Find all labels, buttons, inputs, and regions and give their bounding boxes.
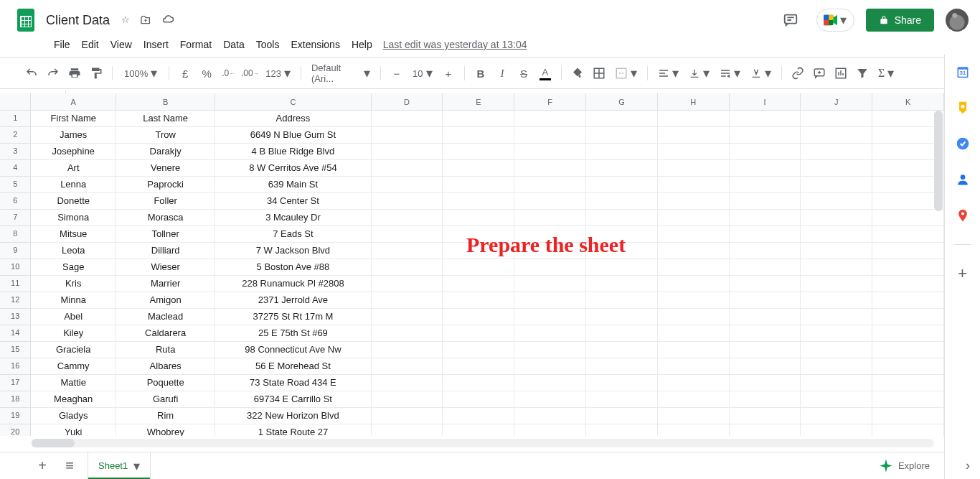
cell[interactable]: Meaghan xyxy=(31,391,116,408)
row-header[interactable]: 16 xyxy=(0,358,31,375)
menu-help[interactable]: Help xyxy=(347,36,377,53)
more-formats-dropdown[interactable]: 123▾ xyxy=(261,65,295,81)
sheets-logo[interactable] xyxy=(11,6,40,34)
cell[interactable] xyxy=(586,358,658,375)
cell[interactable] xyxy=(443,325,514,342)
cell[interactable] xyxy=(443,127,514,144)
cell[interactable] xyxy=(586,408,658,424)
cell[interactable]: Dilliard xyxy=(116,243,215,259)
cell[interactable] xyxy=(514,342,586,358)
cell[interactable]: James xyxy=(31,127,116,144)
col-header[interactable]: F xyxy=(514,93,586,110)
strikethrough-button[interactable]: S xyxy=(514,63,534,83)
cell[interactable] xyxy=(801,259,872,276)
cell[interactable] xyxy=(514,358,586,375)
cell[interactable] xyxy=(801,424,872,436)
menu-edit[interactable]: Edit xyxy=(77,36,104,53)
cell[interactable]: Leota xyxy=(31,243,116,259)
cell[interactable]: Paprocki xyxy=(116,177,215,193)
cell[interactable]: Mattie xyxy=(31,375,116,391)
cell[interactable] xyxy=(658,243,730,259)
cell[interactable] xyxy=(443,210,514,226)
cell[interactable] xyxy=(801,276,872,292)
row-header[interactable]: 8 xyxy=(0,226,31,243)
cell[interactable] xyxy=(730,391,801,408)
cell[interactable] xyxy=(443,243,514,259)
cell[interactable]: 5 Boston Ave #88 xyxy=(215,259,371,276)
cell[interactable]: 73 State Road 434 E xyxy=(215,375,371,391)
cell[interactable]: Amigon xyxy=(116,292,215,309)
side-panel-collapse-icon[interactable]: › xyxy=(966,458,970,473)
add-on-icon[interactable]: + xyxy=(956,266,970,281)
row-header[interactable]: 10 xyxy=(0,259,31,276)
fill-color-button[interactable] xyxy=(567,63,588,83)
row-header[interactable]: 19 xyxy=(0,408,31,424)
cell[interactable] xyxy=(372,127,443,144)
cell[interactable]: Tollner xyxy=(116,226,215,243)
cell[interactable] xyxy=(372,342,443,358)
row-header[interactable]: 17 xyxy=(0,375,31,391)
cell[interactable] xyxy=(658,391,730,408)
cell[interactable]: Marrier xyxy=(116,276,215,292)
cell[interactable]: Poquette xyxy=(116,375,215,391)
cell[interactable] xyxy=(372,226,443,243)
col-header[interactable]: E xyxy=(443,93,514,110)
cell[interactable] xyxy=(514,193,586,210)
row-header[interactable]: 12 xyxy=(0,292,31,309)
cell[interactable] xyxy=(801,342,872,358)
cell[interactable] xyxy=(586,177,658,193)
cell[interactable] xyxy=(801,292,872,309)
cell[interactable] xyxy=(586,342,658,358)
italic-button[interactable]: I xyxy=(492,63,512,83)
cell[interactable] xyxy=(372,325,443,342)
cell[interactable] xyxy=(514,160,586,177)
insert-link-button[interactable] xyxy=(788,63,808,83)
text-rotation-dropdown[interactable]: ▾ xyxy=(746,65,776,81)
cell[interactable]: Wieser xyxy=(116,259,215,276)
row-header[interactable]: 2 xyxy=(0,127,31,144)
cell[interactable] xyxy=(443,358,514,375)
cell[interactable] xyxy=(586,160,658,177)
cell[interactable] xyxy=(658,375,730,391)
row-header[interactable]: 14 xyxy=(0,325,31,342)
explore-button[interactable]: Explore xyxy=(872,455,937,477)
cell[interactable] xyxy=(801,358,872,375)
cell[interactable] xyxy=(514,177,586,193)
cell[interactable]: 4 B Blue Ridge Blvd xyxy=(215,144,371,160)
cell[interactable]: 1 State Route 27 xyxy=(215,424,371,436)
row-header[interactable]: 5 xyxy=(0,177,31,193)
cell[interactable]: Kiley xyxy=(31,325,116,342)
cell[interactable] xyxy=(372,193,443,210)
cell[interactable] xyxy=(658,144,730,160)
cell[interactable] xyxy=(372,177,443,193)
cell[interactable] xyxy=(658,408,730,424)
cell[interactable] xyxy=(801,144,872,160)
cell[interactable] xyxy=(730,144,801,160)
row-header[interactable]: 11 xyxy=(0,276,31,292)
cell[interactable] xyxy=(801,127,872,144)
col-header[interactable]: G xyxy=(586,93,658,110)
cell[interactable]: Morasca xyxy=(116,210,215,226)
cell[interactable] xyxy=(801,243,872,259)
cell[interactable] xyxy=(586,276,658,292)
col-header[interactable]: K xyxy=(872,93,944,110)
cell[interactable] xyxy=(801,309,872,325)
cell[interactable]: Rim xyxy=(116,408,215,424)
menu-extensions[interactable]: Extensions xyxy=(286,36,344,53)
cell[interactable]: Darakjy xyxy=(116,144,215,160)
cell[interactable] xyxy=(730,325,801,342)
cell[interactable] xyxy=(443,259,514,276)
cell[interactable] xyxy=(801,177,872,193)
cell[interactable]: 322 New Horizon Blvd xyxy=(215,408,371,424)
cell[interactable] xyxy=(658,342,730,358)
cell[interactable] xyxy=(443,292,514,309)
font-size-dropdown[interactable]: 10▾ xyxy=(408,65,437,81)
cell[interactable] xyxy=(586,111,658,127)
cell[interactable]: 34 Center St xyxy=(215,193,371,210)
row-header[interactable]: 7 xyxy=(0,210,31,226)
row-header[interactable]: 1 xyxy=(0,111,31,127)
menu-view[interactable]: View xyxy=(105,36,137,53)
cell[interactable] xyxy=(801,193,872,210)
cell[interactable] xyxy=(514,391,586,408)
cell[interactable] xyxy=(514,111,586,127)
